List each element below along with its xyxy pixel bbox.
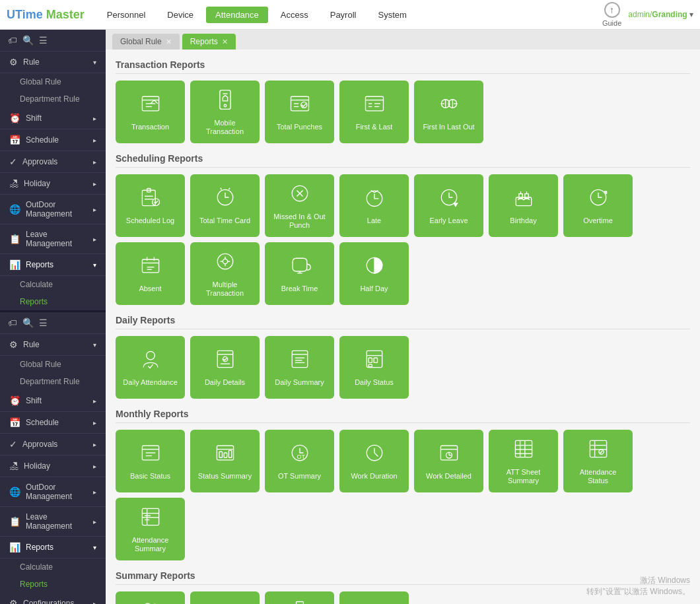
sidebar-tools-2: 🏷 🔍 ☰ bbox=[0, 312, 106, 334]
sidebar-item-rule[interactable]: ⚙ Rule ▾ bbox=[0, 51, 106, 73]
sidebar-calculate[interactable]: Calculate bbox=[0, 276, 106, 293]
sidebar-global-rule-2[interactable]: Global Rule bbox=[0, 356, 106, 373]
tag-icon[interactable]: 🏷 bbox=[8, 35, 17, 46]
chevron-rule: ▾ bbox=[93, 59, 96, 66]
card-employee-summary[interactable]: Employee Summary bbox=[116, 591, 185, 604]
reports-content: Transaction Reports Transaction Mobile T… bbox=[106, 50, 700, 604]
card-attendance-status[interactable]: Attendance Status bbox=[563, 430, 633, 492]
tab-reports[interactable]: Reports ✕ bbox=[182, 34, 236, 50]
main-layout: 🏷 🔍 ☰ ⚙ Rule ▾ Global Rule Department Ru… bbox=[0, 30, 700, 604]
sidebar: 🏷 🔍 ☰ ⚙ Rule ▾ Global Rule Department Ru… bbox=[0, 30, 106, 604]
sidebar-calculate-2[interactable]: Calculate bbox=[0, 558, 106, 576]
sidebar-item-schedule[interactable]: 📅 Schedule ▸ bbox=[0, 129, 106, 151]
card-work-duration[interactable]: Work Duration bbox=[339, 430, 409, 492]
svg-rect-77 bbox=[219, 452, 223, 458]
card-work-detailed[interactable]: Work Detailed bbox=[414, 430, 483, 492]
card-late[interactable]: Late bbox=[339, 174, 409, 237]
attendance-summary-icon bbox=[139, 505, 162, 532]
chevron-reports-2: ▾ bbox=[93, 544, 96, 551]
sidebar-department-rule[interactable]: Department Rule bbox=[0, 90, 106, 108]
card-daily-summary[interactable]: Daily Summary bbox=[265, 336, 334, 399]
card-overtime[interactable]: Overtime bbox=[563, 174, 633, 237]
card-mobile-transaction[interactable]: Mobile Transaction bbox=[190, 81, 260, 143]
guide-button[interactable]: ↑ Guide bbox=[602, 2, 621, 27]
card-daily-details[interactable]: Daily Details bbox=[190, 336, 260, 399]
nav-personnel[interactable]: Personnel bbox=[98, 7, 155, 23]
daily-details-label: Daily Details bbox=[205, 378, 245, 387]
sidebar-item-holiday[interactable]: 🏖 Holiday ▸ bbox=[0, 173, 106, 195]
sidebar-item-leave-2[interactable]: 📋 Leave Management ▸ bbox=[0, 507, 106, 537]
transaction-reports-title: Transaction Reports bbox=[116, 59, 690, 74]
search-icon[interactable]: 🔍 bbox=[22, 35, 34, 46]
card-first-last[interactable]: First & Last bbox=[339, 81, 409, 143]
card-multiple-transaction[interactable]: Multiple Transaction bbox=[190, 242, 260, 305]
total-time-card-label: Total Time Card bbox=[199, 217, 250, 225]
nav-payroll[interactable]: Payroll bbox=[321, 7, 366, 23]
card-half-day[interactable]: Half Day bbox=[339, 242, 409, 305]
user-menu[interactable]: admin/Granding ▾ bbox=[628, 10, 693, 19]
card-ot-summary[interactable]: OT OT Summary bbox=[265, 430, 334, 492]
sidebar-item-outdoor[interactable]: 🌐 OutDoor Management ▸ bbox=[0, 195, 106, 224]
attendance-status-icon bbox=[586, 437, 610, 464]
employee-summary-icon bbox=[139, 599, 162, 604]
daily-status-icon bbox=[363, 347, 386, 374]
nav-access[interactable]: Access bbox=[271, 7, 318, 23]
card-leave-summary[interactable]: Leave Summary bbox=[190, 591, 260, 604]
reports-icon-2: 📊 bbox=[9, 542, 20, 553]
menu-icon[interactable]: ☰ bbox=[39, 35, 48, 46]
card-daily-attendance[interactable]: Daily Attendance bbox=[116, 336, 185, 399]
daily-cards: Daily Attendance Daily Details Daily Sum… bbox=[116, 336, 690, 399]
sidebar-global-rule[interactable]: Global Rule bbox=[0, 73, 106, 90]
sidebar-item-reports-2[interactable]: 📊 Reports ▾ bbox=[0, 537, 106, 558]
menu-icon-2[interactable]: ☰ bbox=[39, 318, 48, 328]
card-att-sheet[interactable]: ATT Sheet Summary bbox=[489, 430, 558, 492]
schedule-icon: 📅 bbox=[9, 135, 20, 145]
sidebar-shift-label-2: Shift bbox=[26, 396, 42, 405]
card-break-time[interactable]: Break Time bbox=[265, 242, 334, 305]
card-birthday[interactable]: Birthday bbox=[489, 174, 558, 237]
tag-icon-2[interactable]: 🏷 bbox=[8, 318, 17, 328]
sidebar-item-leave[interactable]: 📋 Leave Management ▸ bbox=[0, 224, 106, 254]
card-total-punches[interactable]: Total Punches bbox=[265, 81, 334, 143]
sidebar-item-shift[interactable]: ⏰ Shift ▸ bbox=[0, 108, 106, 129]
sidebar-item-config[interactable]: ⚙ Configurations ▸ bbox=[0, 593, 106, 604]
transaction-label: Transaction bbox=[131, 123, 169, 131]
nav-device[interactable]: Device bbox=[158, 7, 203, 23]
close-global-rule[interactable]: ✕ bbox=[166, 38, 172, 46]
sidebar-reports-sub-2[interactable]: Reports bbox=[0, 576, 106, 593]
card-absent[interactable]: Absent bbox=[116, 242, 185, 305]
card-status-summary[interactable]: Status Summary bbox=[190, 430, 260, 492]
late-label: Late bbox=[367, 217, 381, 225]
sidebar-item-approvals-2[interactable]: ✓ Approvals ▸ bbox=[0, 434, 106, 455]
card-total-time-card[interactable]: Total Time Card bbox=[190, 174, 260, 237]
search-icon-2[interactable]: 🔍 bbox=[22, 318, 34, 328]
sidebar-item-schedule-2[interactable]: 📅 Schedule ▸ bbox=[0, 412, 106, 434]
tab-global-rule[interactable]: Global Rule ✕ bbox=[112, 34, 180, 50]
card-scheduled-log[interactable]: Scheduled Log bbox=[116, 174, 185, 237]
card-first-in-last-out[interactable]: First In Last Out bbox=[414, 81, 483, 143]
card-transaction[interactable]: Transaction bbox=[116, 81, 185, 143]
card-yearly-summary[interactable]: Yearly Summary bbox=[339, 591, 409, 604]
close-reports[interactable]: ✕ bbox=[222, 38, 228, 46]
nav-attendance[interactable]: Attendance bbox=[206, 7, 268, 23]
sidebar-item-outdoor-2[interactable]: 🌐 OutDoor Management ▸ bbox=[0, 477, 106, 507]
sidebar-item-shift-2[interactable]: ⏰ Shift ▸ bbox=[0, 390, 106, 412]
total-punches-icon bbox=[288, 92, 312, 119]
card-attendance-summary[interactable]: Attendance Summary bbox=[116, 498, 185, 560]
sidebar-item-rule-2[interactable]: ⚙ Rule ▾ bbox=[0, 334, 106, 356]
daily-attendance-icon bbox=[139, 347, 162, 374]
sidebar-department-rule-2[interactable]: Department Rule bbox=[0, 373, 106, 390]
card-missed-in-out[interactable]: Missed In & Out Punch bbox=[265, 174, 334, 237]
half-day-label: Half Day bbox=[360, 285, 388, 293]
card-daily-status[interactable]: Daily Status bbox=[339, 336, 409, 399]
sidebar-reports-sub[interactable]: Reports bbox=[0, 293, 106, 310]
sidebar-item-holiday-2[interactable]: 🏖 Holiday ▸ bbox=[0, 455, 106, 477]
sidebar-item-approvals[interactable]: ✓ Approvals ▸ bbox=[0, 151, 106, 173]
card-basic-status[interactable]: Basic Status bbox=[116, 430, 185, 492]
sidebar-item-reports[interactable]: 📊 Reports ▾ bbox=[0, 254, 106, 276]
card-early-leave[interactable]: Early Leave bbox=[414, 174, 483, 237]
nav-system[interactable]: System bbox=[368, 7, 415, 23]
card-department-summary[interactable]: Department Summary bbox=[265, 591, 334, 604]
svg-rect-38 bbox=[518, 194, 522, 199]
logo-green: Master bbox=[46, 8, 85, 21]
